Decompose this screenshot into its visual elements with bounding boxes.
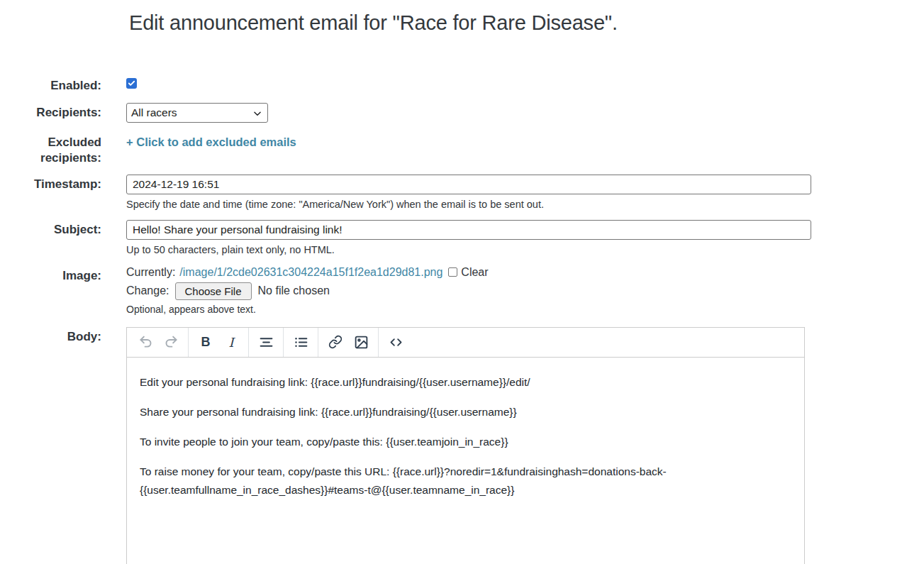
rich-text-editor: B I bbox=[126, 327, 805, 564]
recipients-select[interactable]: All racers bbox=[126, 103, 268, 123]
image-label: Image: bbox=[0, 266, 101, 283]
link-button[interactable] bbox=[325, 331, 346, 353]
timestamp-row: Timestamp: Specify the date and time (ti… bbox=[0, 175, 924, 210]
excluded-recipients-label: Excluded recipients: bbox=[0, 133, 101, 165]
check-icon bbox=[128, 79, 135, 87]
link-icon bbox=[328, 335, 343, 349]
undo-button[interactable] bbox=[135, 331, 156, 353]
italic-button[interactable]: I bbox=[221, 331, 242, 353]
redo-icon bbox=[164, 335, 179, 350]
toolbar-separator bbox=[378, 328, 379, 357]
change-label: Change: bbox=[126, 284, 169, 297]
clear-label: Clear bbox=[461, 266, 488, 279]
chevron-down-icon bbox=[252, 109, 262, 121]
editor-paragraph: To raise money for your team, copy/paste… bbox=[140, 463, 791, 499]
insert-image-button[interactable] bbox=[350, 331, 372, 353]
editor-toolbar: B I bbox=[127, 328, 804, 358]
editor-paragraph: Share your personal fundraising link: {{… bbox=[140, 403, 791, 421]
toolbar-separator bbox=[188, 328, 189, 357]
current-image-link[interactable]: /image/1/2cde02631c304224a15f1f2ea1d29d8… bbox=[179, 266, 442, 279]
image-row: Image: Currently: /image/1/2cde02631c304… bbox=[0, 266, 924, 315]
timestamp-label: Timestamp: bbox=[0, 175, 101, 192]
enabled-label: Enabled: bbox=[0, 76, 101, 93]
timestamp-input[interactable] bbox=[126, 175, 811, 194]
editor-content-area[interactable]: Edit your personal fundraising link: {{r… bbox=[127, 358, 804, 499]
subject-input[interactable] bbox=[126, 220, 811, 240]
toolbar-separator bbox=[248, 328, 249, 357]
enabled-row: Enabled: bbox=[0, 76, 924, 93]
no-file-chosen-text: No file chosen bbox=[258, 284, 330, 297]
bullet-list-icon bbox=[294, 335, 308, 350]
editor-paragraph: To invite people to join your team, copy… bbox=[140, 433, 791, 451]
undo-icon bbox=[138, 335, 153, 350]
bold-button[interactable]: B bbox=[195, 331, 216, 353]
toolbar-separator bbox=[283, 328, 284, 357]
subject-row: Subject: Up to 50 characters, plain text… bbox=[0, 220, 924, 255]
recipients-selected-value: All racers bbox=[131, 106, 177, 119]
clear-image-checkbox[interactable] bbox=[448, 267, 457, 277]
recipients-row: Recipients: All racers bbox=[0, 103, 924, 123]
image-help-text: Optional, appears above text. bbox=[126, 304, 811, 315]
body-label: Body: bbox=[0, 327, 101, 344]
toolbar-separator bbox=[318, 328, 318, 357]
code-icon bbox=[389, 335, 403, 350]
add-excluded-emails-link[interactable]: + Click to add excluded emails bbox=[126, 133, 296, 149]
announcement-email-form: Enabled: Recipients: All racers Excluded… bbox=[0, 76, 924, 564]
currently-label: Currently: bbox=[126, 266, 175, 279]
code-view-button[interactable] bbox=[385, 331, 406, 353]
recipients-label: Recipients: bbox=[0, 103, 101, 120]
redo-button[interactable] bbox=[160, 331, 182, 353]
body-row: Body: B I bbox=[0, 327, 924, 564]
excluded-recipients-row: Excluded recipients: + Click to add excl… bbox=[0, 133, 924, 165]
editor-paragraph: Edit your personal fundraising link: {{r… bbox=[140, 373, 791, 392]
page-title: Edit announcement email for "Race for Ra… bbox=[129, 11, 924, 35]
subject-help-text: Up to 50 characters, plain text only, no… bbox=[126, 244, 811, 255]
align-center-icon bbox=[259, 335, 274, 350]
choose-file-button[interactable]: Choose File bbox=[175, 282, 252, 300]
bullet-list-button[interactable] bbox=[290, 331, 311, 353]
subject-label: Subject: bbox=[0, 220, 101, 237]
enabled-checkbox[interactable] bbox=[126, 78, 137, 89]
align-center-button[interactable] bbox=[255, 331, 277, 353]
image-icon bbox=[354, 335, 369, 350]
timestamp-help-text: Specify the date and time (time zone: "A… bbox=[126, 199, 811, 210]
